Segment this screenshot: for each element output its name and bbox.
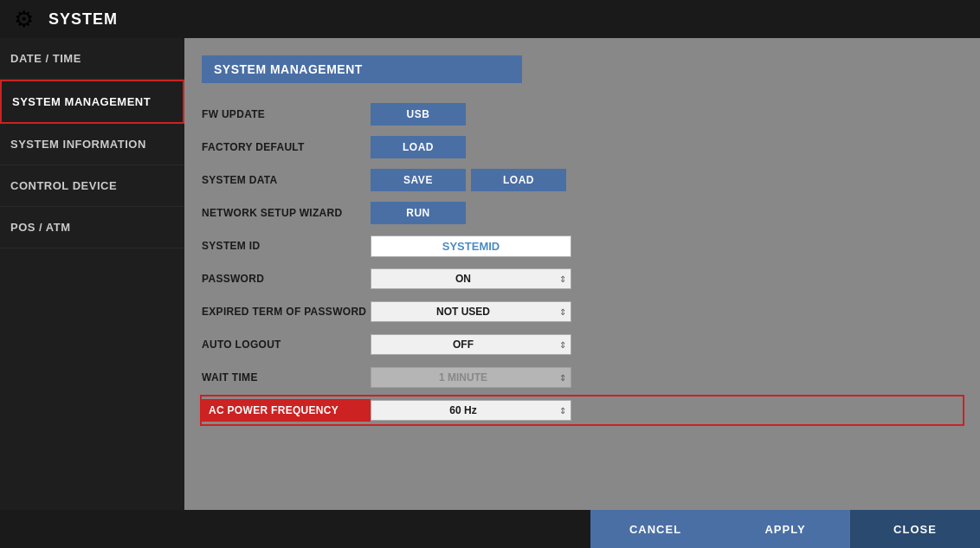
- select-ac-power-frequency[interactable]: 60 Hz50 Hz: [371, 400, 571, 421]
- form-row-network-setup: NETWORK SETUP WIZARDRUN: [202, 199, 963, 227]
- input-system-id[interactable]: [371, 235, 571, 257]
- main-layout: DATE / TIMESYSTEM MANAGEMENTSYSTEM INFOR…: [0, 38, 980, 510]
- form-row-system-id: SYSTEM ID: [202, 232, 963, 260]
- form-row-factory-default: FACTORY DEFAULTLOAD: [202, 133, 963, 161]
- sidebar-item-system-management[interactable]: SYSTEM MANAGEMENT: [0, 80, 184, 124]
- controls-system-data: SAVELOAD: [371, 169, 566, 191]
- controls-network-setup: RUN: [371, 202, 466, 224]
- controls-password: ONOFF: [371, 268, 571, 289]
- gear-icon: ⚙: [14, 6, 40, 32]
- form-rows: FW UPDATEUSBFACTORY DEFAULTLOADSYSTEM DA…: [202, 100, 963, 424]
- btn-network-setup-run[interactable]: RUN: [371, 202, 466, 224]
- controls-auto-logout: OFFON: [371, 334, 571, 355]
- select-expired-term[interactable]: NOT USED30 DAYS60 DAYS90 DAYS: [371, 301, 571, 322]
- select-wrapper-wait-time: 1 MINUTE5 MINUTES10 MINUTES: [371, 367, 571, 388]
- label-wait-time: WAIT TIME: [202, 371, 371, 384]
- btn-system-data-load[interactable]: LOAD: [471, 169, 566, 191]
- close-button[interactable]: CLOSE: [850, 510, 980, 548]
- select-wrapper-expired-term: NOT USED30 DAYS60 DAYS90 DAYS: [371, 301, 571, 322]
- controls-factory-default: LOAD: [371, 136, 466, 158]
- controls-fw-update: USB: [371, 103, 466, 126]
- form-row-fw-update: FW UPDATEUSB: [202, 100, 963, 128]
- form-row-auto-logout: AUTO LOGOUTOFFON: [202, 331, 963, 358]
- btn-system-data-save[interactable]: SAVE: [371, 169, 466, 191]
- section-header: SYSTEM MANAGEMENT: [202, 55, 522, 83]
- form-row-expired-term: EXPIRED TERM OF PASSWORDNOT USED30 DAYS6…: [202, 298, 963, 326]
- select-wrapper-auto-logout: OFFON: [371, 334, 571, 355]
- form-row-ac-power-frequency: AC POWER FREQUENCY60 Hz50 Hz: [202, 396, 963, 424]
- cancel-button[interactable]: CANCEL: [590, 510, 720, 548]
- form-row-wait-time: WAIT TIME1 MINUTE5 MINUTES10 MINUTES: [202, 364, 963, 391]
- controls-system-id: [371, 235, 571, 257]
- select-auto-logout[interactable]: OFFON: [371, 334, 571, 355]
- controls-ac-power-frequency: 60 Hz50 Hz: [371, 400, 571, 421]
- sidebar-item-pos-atm[interactable]: POS / ATM: [0, 207, 184, 248]
- select-password[interactable]: ONOFF: [371, 268, 571, 289]
- sidebar-item-date-time[interactable]: DATE / TIME: [0, 38, 184, 80]
- label-auto-logout: AUTO LOGOUT: [202, 338, 371, 351]
- sidebar-item-control-device[interactable]: CONTROL DEVICE: [0, 165, 184, 207]
- form-row-password: PASSWORDONOFF: [202, 265, 963, 293]
- label-ac-power-frequency: AC POWER FREQUENCY: [202, 399, 371, 422]
- content-area: SYSTEM MANAGEMENT FW UPDATEUSBFACTORY DE…: [184, 38, 980, 510]
- label-fw-update: FW UPDATE: [202, 108, 371, 120]
- apply-button[interactable]: APPLY: [720, 510, 850, 548]
- btn-factory-default-load[interactable]: LOAD: [371, 136, 466, 158]
- label-expired-term: EXPIRED TERM OF PASSWORD: [202, 306, 371, 318]
- label-factory-default: FACTORY DEFAULT: [202, 141, 371, 153]
- btn-fw-update-usb[interactable]: USB: [371, 103, 466, 126]
- app-title: SYSTEM: [48, 10, 118, 29]
- sidebar-item-system-information[interactable]: SYSTEM INFORMATION: [0, 124, 184, 165]
- footer: CANCEL APPLY CLOSE: [0, 510, 980, 548]
- label-password: PASSWORD: [202, 273, 371, 285]
- controls-expired-term: NOT USED30 DAYS60 DAYS90 DAYS: [371, 301, 571, 322]
- select-wait-time[interactable]: 1 MINUTE5 MINUTES10 MINUTES: [371, 367, 571, 388]
- select-wrapper-ac-power-frequency: 60 Hz50 Hz: [371, 400, 571, 421]
- select-wrapper-password: ONOFF: [371, 268, 571, 289]
- label-network-setup: NETWORK SETUP WIZARD: [202, 207, 371, 219]
- label-system-id: SYSTEM ID: [202, 240, 371, 252]
- controls-wait-time: 1 MINUTE5 MINUTES10 MINUTES: [371, 367, 571, 388]
- app-header: ⚙ SYSTEM: [0, 0, 980, 38]
- sidebar: DATE / TIMESYSTEM MANAGEMENTSYSTEM INFOR…: [0, 38, 184, 510]
- label-system-data: SYSTEM DATA: [202, 174, 371, 186]
- form-row-system-data: SYSTEM DATASAVELOAD: [202, 166, 963, 194]
